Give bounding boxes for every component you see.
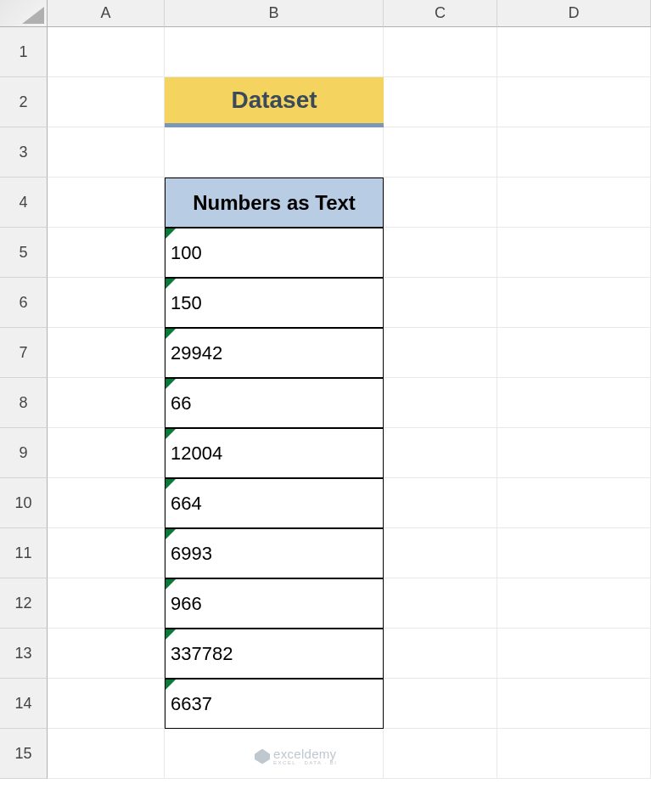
- cell-b1[interactable]: [165, 27, 384, 77]
- text-stored-as-number-icon: [166, 228, 176, 239]
- cell-c2[interactable]: [384, 77, 497, 127]
- row-header-12[interactable]: 12: [0, 578, 48, 629]
- cell-c11[interactable]: [384, 528, 497, 578]
- cell-a10[interactable]: [48, 478, 165, 528]
- cell-c8[interactable]: [384, 378, 497, 428]
- cell-a6[interactable]: [48, 278, 165, 328]
- cell-a4[interactable]: [48, 178, 165, 228]
- cell-a5[interactable]: [48, 228, 165, 278]
- data-value: 337782: [171, 643, 233, 665]
- data-cell-8[interactable]: 337782: [165, 629, 384, 679]
- col-header-d[interactable]: D: [497, 0, 651, 27]
- data-value: 6993: [171, 543, 212, 565]
- cell-a13[interactable]: [48, 629, 165, 679]
- col-header-a[interactable]: A: [48, 0, 165, 27]
- cell-d9[interactable]: [497, 428, 651, 478]
- text-stored-as-number-icon: [166, 679, 176, 690]
- row-header-5[interactable]: 5: [0, 228, 48, 278]
- cell-c9[interactable]: [384, 428, 497, 478]
- cell-c6[interactable]: [384, 278, 497, 328]
- data-cell-9[interactable]: 6637: [165, 679, 384, 729]
- cell-d3[interactable]: [497, 127, 651, 178]
- row-header-9[interactable]: 9: [0, 428, 48, 478]
- data-cell-3[interactable]: 66: [165, 378, 384, 428]
- row-header-1[interactable]: 1: [0, 27, 48, 77]
- exceldemy-logo-icon: [255, 749, 270, 764]
- cell-c10[interactable]: [384, 478, 497, 528]
- cell-a1[interactable]: [48, 27, 165, 77]
- cell-d5[interactable]: [497, 228, 651, 278]
- cell-d8[interactable]: [497, 378, 651, 428]
- row-header-2[interactable]: 2: [0, 77, 48, 127]
- row-header-3[interactable]: 3: [0, 127, 48, 178]
- cell-d14[interactable]: [497, 679, 651, 729]
- cell-a8[interactable]: [48, 378, 165, 428]
- cell-c13[interactable]: [384, 629, 497, 679]
- data-cell-6[interactable]: 6993: [165, 528, 384, 578]
- cell-c7[interactable]: [384, 328, 497, 378]
- cell-a7[interactable]: [48, 328, 165, 378]
- data-cell-5[interactable]: 664: [165, 478, 384, 528]
- cell-d6[interactable]: [497, 278, 651, 328]
- cell-b3[interactable]: [165, 127, 384, 178]
- select-all-corner[interactable]: [0, 0, 48, 27]
- data-cell-1[interactable]: 150: [165, 278, 384, 328]
- data-value: 12004: [171, 443, 222, 465]
- watermark-sub: EXCEL · DATA · BI: [273, 760, 337, 765]
- cell-c1[interactable]: [384, 27, 497, 77]
- cell-d13[interactable]: [497, 629, 651, 679]
- text-stored-as-number-icon: [166, 279, 176, 289]
- text-stored-as-number-icon: [166, 479, 176, 489]
- row-header-4[interactable]: 4: [0, 178, 48, 228]
- data-cell-2[interactable]: 29942: [165, 328, 384, 378]
- cell-c3[interactable]: [384, 127, 497, 178]
- select-all-triangle-icon: [22, 7, 44, 24]
- data-value: 66: [171, 392, 191, 414]
- data-value: 664: [171, 493, 202, 515]
- row-header-7[interactable]: 7: [0, 328, 48, 378]
- cell-d4[interactable]: [497, 178, 651, 228]
- cell-d15[interactable]: [497, 729, 651, 779]
- text-stored-as-number-icon: [166, 379, 176, 389]
- data-cell-4[interactable]: 12004: [165, 428, 384, 478]
- row-header-15[interactable]: 15: [0, 729, 48, 779]
- cell-d10[interactable]: [497, 478, 651, 528]
- data-cell-7[interactable]: 966: [165, 578, 384, 629]
- row-header-8[interactable]: 8: [0, 378, 48, 428]
- cell-a12[interactable]: [48, 578, 165, 629]
- cell-d1[interactable]: [497, 27, 651, 77]
- dataset-title[interactable]: Dataset: [165, 77, 384, 127]
- cell-d2[interactable]: [497, 77, 651, 127]
- cell-a14[interactable]: [48, 679, 165, 729]
- cell-c15[interactable]: [384, 729, 497, 779]
- cell-c5[interactable]: [384, 228, 497, 278]
- cell-a15[interactable]: [48, 729, 165, 779]
- cell-d11[interactable]: [497, 528, 651, 578]
- data-value: 150: [171, 292, 202, 314]
- cell-c14[interactable]: [384, 679, 497, 729]
- text-stored-as-number-icon: [166, 629, 176, 640]
- watermark-text: exceldemy EXCEL · DATA · BI: [273, 747, 337, 765]
- col-header-c[interactable]: C: [384, 0, 497, 27]
- col-header-b[interactable]: B: [165, 0, 384, 27]
- text-stored-as-number-icon: [166, 429, 176, 439]
- cell-c4[interactable]: [384, 178, 497, 228]
- cell-a3[interactable]: [48, 127, 165, 178]
- cell-d7[interactable]: [497, 328, 651, 378]
- cell-d12[interactable]: [497, 578, 651, 629]
- cell-a2[interactable]: [48, 77, 165, 127]
- data-value: 29942: [171, 342, 222, 364]
- cell-a9[interactable]: [48, 428, 165, 478]
- cell-c12[interactable]: [384, 578, 497, 629]
- row-header-14[interactable]: 14: [0, 679, 48, 729]
- row-header-11[interactable]: 11: [0, 528, 48, 578]
- cell-a11[interactable]: [48, 528, 165, 578]
- data-value: 100: [171, 242, 202, 264]
- text-stored-as-number-icon: [166, 579, 176, 589]
- data-cell-0[interactable]: 100: [165, 228, 384, 278]
- row-header-13[interactable]: 13: [0, 629, 48, 679]
- row-header-6[interactable]: 6: [0, 278, 48, 328]
- text-stored-as-number-icon: [166, 529, 176, 539]
- row-header-10[interactable]: 10: [0, 478, 48, 528]
- table-column-header[interactable]: Numbers as Text: [165, 178, 384, 228]
